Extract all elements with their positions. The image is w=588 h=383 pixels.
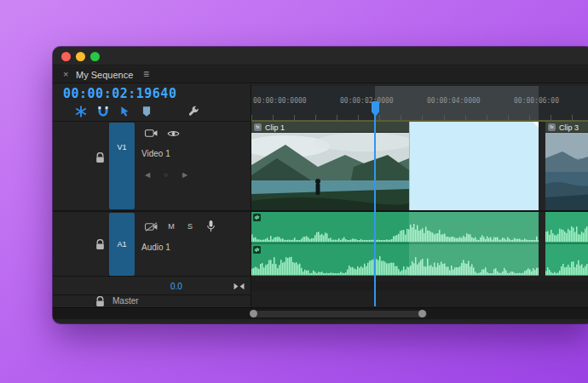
mute-track-button[interactable]: M — [165, 222, 177, 231]
audio-waveform-left — [251, 221, 539, 242]
close-window-button[interactable] — [61, 52, 71, 61]
master-track-lock-icon[interactable] — [95, 296, 105, 307]
ruler-minor-label: 00 — [385, 97, 394, 105]
panel-tab-title[interactable]: My Sequence — [76, 70, 133, 80]
video-clip-1[interactable]: fx Clip 1 — [251, 122, 409, 210]
time-ruler[interactable]: 00:00:00:00 00:00:02:00 00:00:04:00 00:0… — [251, 86, 588, 120]
fader-bowtie-icon[interactable] — [233, 283, 245, 290]
audio-lane-left — [251, 212, 539, 243]
minimize-window-button[interactable] — [76, 52, 85, 61]
fx-badge: fx — [548, 123, 556, 131]
playhead-line[interactable] — [374, 115, 376, 306]
panel-close-icon[interactable]: × — [63, 69, 68, 79]
header-separator — [53, 294, 251, 295]
snap-magnet-icon[interactable] — [97, 106, 109, 117]
linked-selection-icon[interactable] — [119, 106, 131, 117]
audio-target-label: A1 — [117, 240, 126, 249]
audio-lane-right — [545, 244, 588, 276]
app-window: × My Sequence ≡ 00:00:02:19640 00:00:00:… — [53, 47, 588, 323]
audio-track-target-a1[interactable]: A1 — [109, 213, 135, 276]
audio-track-lock-icon[interactable] — [95, 239, 105, 250]
video-clip-3[interactable]: fx Clip 3 — [545, 122, 588, 210]
zoom-window-button[interactable] — [90, 52, 100, 61]
playhead-timecode[interactable]: 00:00:02:19640 — [63, 86, 176, 101]
audio-clip-1[interactable] — [251, 212, 539, 276]
camera-icon[interactable] — [145, 129, 158, 138]
audio-fx-badge — [253, 214, 261, 221]
clip-thumbnail — [545, 133, 588, 210]
solo-track-button[interactable]: S — [184, 222, 196, 231]
audio-waveform-right — [545, 254, 588, 275]
settings-wrench-icon[interactable] — [187, 106, 199, 117]
next-keyframe-icon[interactable]: ▶ — [182, 171, 187, 179]
prev-keyframe-icon[interactable]: ◀ — [145, 171, 150, 179]
track-output-eye-icon[interactable] — [167, 129, 180, 138]
camera-off-icon[interactable] — [145, 222, 158, 232]
ruler-label: 00:00:06:00 — [514, 97, 559, 105]
video-track-target-v1[interactable]: V1 — [109, 123, 135, 209]
ruler-minor-label: 00 — [298, 97, 307, 105]
window-titlebar — [53, 47, 588, 66]
clip-header: fx Clip 1 — [251, 122, 409, 133]
audio-level-value[interactable]: 0.0 — [170, 282, 182, 291]
master-track-name: Master — [112, 296, 139, 306]
clip-label: Clip 1 — [265, 123, 285, 132]
ruler-label: 00:00:04:00 — [427, 97, 472, 105]
audio-waveform-right — [251, 254, 539, 275]
timeline-scrollbar[interactable] — [53, 307, 588, 319]
video-target-label: V1 — [117, 143, 126, 151]
audio-fx-badge — [253, 246, 261, 254]
scrollbar-thumb[interactable] — [251, 311, 427, 317]
add-marker-icon[interactable] — [141, 106, 153, 117]
audio-waveform-left — [545, 221, 588, 242]
ruler-label: 00:00:00:00 — [253, 97, 298, 105]
clip-out-point-marker — [533, 122, 539, 128]
clip-label: Clip 3 — [559, 123, 579, 132]
panel-menu-icon[interactable]: ≡ — [143, 68, 149, 80]
clip-thumbnail — [251, 133, 409, 210]
header-separator — [53, 276, 251, 277]
panel-tab-bar: × My Sequence ≡ — [53, 66, 588, 83]
master-track-lane — [251, 281, 588, 291]
add-keyframe-icon[interactable]: ○ — [164, 171, 168, 179]
audio-lane-right — [251, 244, 539, 276]
video-track-name: Video 1 — [141, 149, 170, 158]
audio-track-name: Audio 1 — [141, 243, 170, 252]
nest-toggle-icon[interactable] — [75, 106, 87, 117]
desktop-background: × My Sequence ≡ 00:00:02:19640 00:00:00:… — [0, 0, 588, 383]
fx-badge: fx — [254, 123, 262, 131]
header-separator — [53, 121, 251, 122]
clip-header: fx Clip 3 — [545, 122, 588, 133]
video-clip-2-selected[interactable] — [409, 122, 539, 210]
audio-clip-3[interactable] — [545, 212, 588, 276]
audio-lane-left — [545, 212, 588, 243]
zoom-handle-right[interactable] — [418, 310, 426, 317]
zoom-handle-left[interactable] — [250, 310, 257, 317]
voiceover-mic-icon[interactable] — [206, 220, 216, 232]
ruler-minor-label: 00 — [472, 97, 481, 105]
video-track-lock-icon[interactable] — [95, 152, 105, 163]
